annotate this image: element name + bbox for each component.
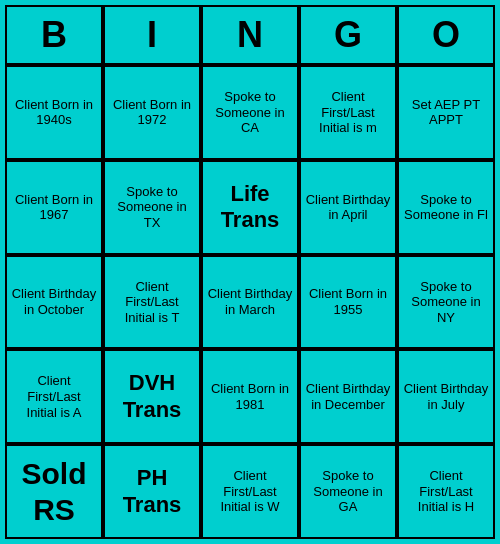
bingo-cell[interactable]: Set AEP PT APPT (397, 65, 495, 160)
bingo-row: Client Born in 1940sClient Born in 1972S… (5, 65, 495, 160)
bingo-cell[interactable]: Sold RS (5, 444, 103, 539)
bingo-row: Sold RSPH TransClient First/Last Initial… (5, 444, 495, 539)
header-letter: B (5, 5, 103, 65)
bingo-cell[interactable]: Client Birthday in March (201, 255, 299, 350)
bingo-cell[interactable]: Client Born in 1981 (201, 349, 299, 444)
bingo-row: Client Birthday in OctoberClient First/L… (5, 255, 495, 350)
bingo-cell[interactable]: Client Birthday in December (299, 349, 397, 444)
bingo-cell[interactable]: Client First/Last Initial is A (5, 349, 103, 444)
bingo-cell[interactable]: Client First/Last Initial is m (299, 65, 397, 160)
bingo-cell[interactable]: Client First/Last Initial is H (397, 444, 495, 539)
bingo-cell[interactable]: Spoke to Someone in GA (299, 444, 397, 539)
header-letter: I (103, 5, 201, 65)
header-letter: G (299, 5, 397, 65)
bingo-cell[interactable]: Client Born in 1972 (103, 65, 201, 160)
bingo-cell[interactable]: Client First/Last Initial is T (103, 255, 201, 350)
bingo-cell[interactable]: Spoke to Someone in CA (201, 65, 299, 160)
bingo-row: Client First/Last Initial is ADVH TransC… (5, 349, 495, 444)
bingo-cell[interactable]: Spoke to Someone in TX (103, 160, 201, 255)
bingo-cell[interactable]: Client Birthday in October (5, 255, 103, 350)
header-letter: O (397, 5, 495, 65)
bingo-grid: Client Born in 1940sClient Born in 1972S… (5, 65, 495, 539)
bingo-cell[interactable]: DVH Trans (103, 349, 201, 444)
bingo-row: Client Born in 1967Spoke to Someone in T… (5, 160, 495, 255)
bingo-cell[interactable]: Client Born in 1955 (299, 255, 397, 350)
bingo-card: BINGO Client Born in 1940sClient Born in… (5, 5, 495, 539)
bingo-cell[interactable]: PH Trans (103, 444, 201, 539)
bingo-header: BINGO (5, 5, 495, 65)
bingo-cell[interactable]: Spoke to Someone in NY (397, 255, 495, 350)
bingo-cell[interactable]: Client First/Last Initial is W (201, 444, 299, 539)
bingo-cell[interactable]: Client Birthday in July (397, 349, 495, 444)
bingo-cell[interactable]: Client Born in 1967 (5, 160, 103, 255)
bingo-cell[interactable]: Client Born in 1940s (5, 65, 103, 160)
header-letter: N (201, 5, 299, 65)
bingo-cell[interactable]: Spoke to Someone in Fl (397, 160, 495, 255)
bingo-cell[interactable]: Client Birthday in April (299, 160, 397, 255)
bingo-cell[interactable]: Life Trans (201, 160, 299, 255)
